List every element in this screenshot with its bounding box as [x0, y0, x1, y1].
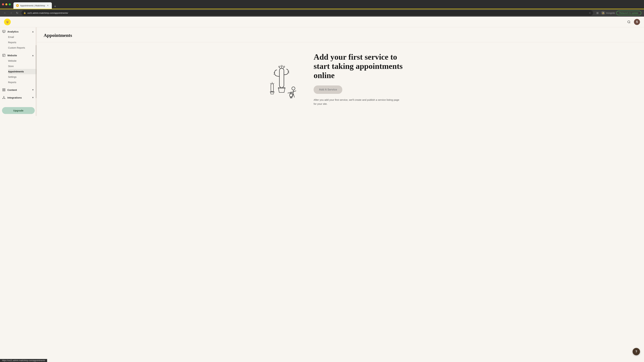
lock-icon: 🔒 [24, 12, 26, 14]
tab-favicon: M [16, 4, 19, 7]
svg-point-2 [628, 21, 630, 23]
new-tab-btn[interactable]: + [53, 4, 58, 9]
incognito-icon: 🕵 [601, 11, 605, 15]
svg-point-11 [4, 98, 5, 99]
cactus-illustration-area [267, 59, 300, 99]
sidebar-upgrade: Upgrade [2, 107, 35, 114]
svg-rect-6 [4, 89, 5, 90]
content-icon [2, 88, 6, 92]
analytics-icon [2, 30, 6, 33]
svg-point-29 [292, 87, 295, 90]
integrations-section-header[interactable]: Integrations ▼ [0, 94, 37, 100]
content-area: Analytics ▲ Email Reports Custom Reports… [0, 27, 644, 116]
search-icon [627, 20, 630, 24]
page-title: Appointments [44, 33, 637, 38]
close-window-btn[interactable] [2, 3, 4, 5]
website-label: Website [8, 54, 30, 57]
cta-heading: Add your first service to start taking a… [314, 52, 414, 80]
website-section: Website ▲ Website Store Appointments Set… [0, 51, 37, 86]
browser-tabs: M Appointments | Mailchimp ✕ + [14, 0, 58, 9]
forward-btn[interactable]: → [9, 10, 14, 15]
svg-line-37 [290, 93, 290, 94]
content-chevron: ▼ [32, 88, 34, 91]
sidebar-item-settings[interactable]: Settings [8, 74, 37, 80]
analytics-section: Analytics ▲ Email Reports Custom Reports [0, 27, 37, 51]
browser-actions: ⊞ 🕵 Incognito Relaunch to update [595, 10, 641, 15]
maximize-window-btn[interactable] [9, 3, 11, 5]
active-browser-tab[interactable]: M Appointments | Mailchimp ✕ [14, 2, 52, 9]
svg-point-34 [290, 94, 293, 97]
svg-rect-8 [4, 90, 5, 91]
svg-point-33 [288, 93, 288, 93]
integrations-chevron: ▼ [32, 96, 34, 99]
integrations-icon [2, 96, 6, 99]
analytics-items: Email Reports Custom Reports [0, 34, 37, 50]
content-label: Content [8, 88, 30, 91]
mailchimp-logo-svg: 🐒 [5, 19, 10, 24]
sidebar-item-custom-reports[interactable]: Custom Reports [8, 45, 37, 50]
search-btn[interactable] [626, 19, 632, 25]
analytics-chevron: ▲ [32, 30, 34, 33]
svg-line-27 [273, 83, 274, 84]
cactus-illustration [267, 59, 300, 99]
sidebar-item-store[interactable]: Store [8, 63, 37, 69]
app-header: 🐒 S [0, 16, 644, 27]
integrations-section: Integrations ▼ [0, 93, 37, 101]
svg-point-32 [288, 93, 288, 94]
svg-point-10 [3, 98, 3, 99]
svg-point-31 [288, 92, 289, 93]
sidebar-item-website[interactable]: Website [8, 58, 37, 63]
svg-line-26 [270, 83, 271, 84]
sidebar: Analytics ▲ Email Reports Custom Reports… [0, 27, 37, 116]
website-chevron: ▲ [32, 54, 34, 57]
main-body: Add your first service to start taking a… [37, 42, 644, 116]
address-bar: ← → ↻ 🔒 us21.admin.mailchimp.com/appoint… [0, 9, 644, 16]
sidebar-item-analytics-email[interactable]: Email [8, 34, 37, 40]
sidebar-scrollbar-thumb [36, 45, 36, 98]
website-icon [2, 53, 6, 57]
svg-point-9 [4, 96, 4, 97]
back-btn[interactable]: ← [3, 10, 8, 15]
svg-rect-7 [3, 90, 4, 91]
svg-text:🐒: 🐒 [6, 21, 9, 23]
cta-area: Add your first service to start taking a… [314, 52, 414, 106]
bookmark-icon[interactable]: ☆ [589, 11, 591, 14]
sidebar-item-appointments[interactable]: Appointments [8, 69, 37, 74]
website-items: Website Store Appointments Settings Repo… [0, 58, 37, 85]
sidebar-item-website-reports[interactable]: Reports [8, 80, 37, 85]
sidebar-scrollbar [36, 27, 36, 116]
tab-title: Appointments | Mailchimp [20, 4, 45, 7]
svg-rect-12 [280, 68, 284, 87]
analytics-label: Analytics [8, 30, 30, 33]
integrations-label: Integrations [8, 96, 30, 99]
browser-chrome: M Appointments | Mailchimp ✕ + [0, 0, 644, 9]
extensions-btn[interactable]: ⊞ [595, 10, 600, 15]
svg-rect-24 [271, 84, 273, 92]
website-section-header[interactable]: Website ▲ [0, 52, 37, 58]
content-section-header[interactable]: Content ▼ [0, 86, 37, 93]
url-bar[interactable]: 🔒 us21.admin.mailchimp.com/appointments/… [22, 10, 593, 15]
page-title-area: Appointments [37, 27, 644, 42]
relaunch-btn[interactable]: Relaunch to update [616, 11, 641, 15]
nav-buttons: ← → ↻ [3, 10, 20, 15]
url-text: us21.admin.mailchimp.com/appointments/ [27, 12, 588, 14]
user-avatar[interactable]: S [634, 19, 640, 25]
add-service-btn[interactable]: Add A Service [314, 85, 342, 94]
tab-close-btn[interactable]: ✕ [46, 4, 49, 7]
minimize-window-btn[interactable] [5, 3, 8, 5]
incognito-btn: 🕵 Incognito [601, 11, 615, 15]
sidebar-item-analytics-reports[interactable]: Reports [8, 40, 37, 45]
svg-rect-5 [3, 89, 4, 90]
reload-btn[interactable]: ↻ [15, 10, 20, 15]
content-section: Content ▼ [0, 86, 37, 93]
analytics-section-header[interactable]: Analytics ▲ [0, 28, 37, 34]
main-content: Appointments [37, 27, 644, 116]
incognito-label: Incognito [606, 12, 615, 14]
cta-description: After you add your first service, we'll … [314, 98, 401, 106]
upgrade-btn[interactable]: Upgrade [2, 107, 35, 114]
mailchimp-logo[interactable]: 🐒 [4, 18, 11, 25]
window-controls [2, 3, 11, 5]
svg-rect-4 [3, 54, 5, 57]
